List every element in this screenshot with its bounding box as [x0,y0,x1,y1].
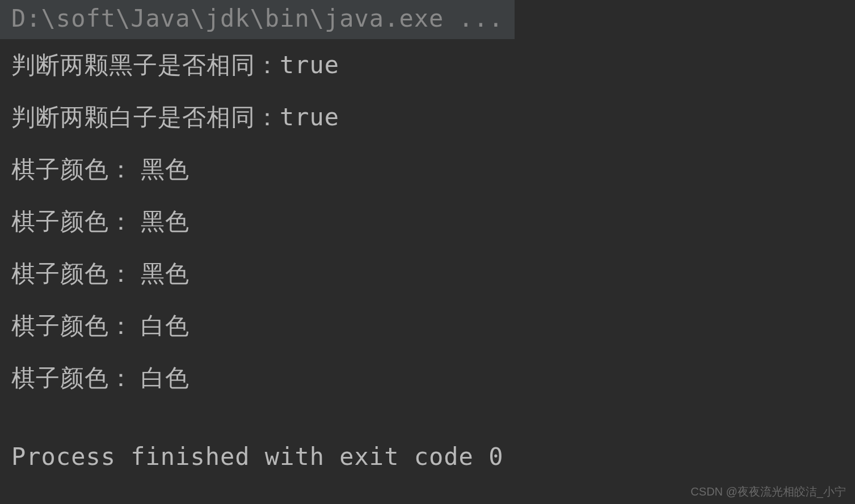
console-output: D:\soft\Java\jdk\bin\java.exe ... 判断两颗黑子… [0,0,855,481]
spacer [0,404,855,433]
watermark: CSDN @夜夜流光相皎洁_小宁 [690,484,846,499]
output-label: 判断两颗黑子是否相同： [11,52,280,78]
output-value: 黑色 [141,260,189,287]
output-line: 棋子颜色： 黑色 [0,196,855,248]
output-label: 棋子颜色： [11,208,141,235]
output-line: 判断两颗白子是否相同：true [0,91,855,143]
output-label: 棋子颜色： [11,156,141,183]
output-value: 黑色 [141,208,189,235]
output-label: 判断两颗白子是否相同： [11,104,280,130]
output-label: 棋子颜色： [11,312,141,339]
output-value: 白色 [141,365,189,391]
output-label: 棋子颜色： [11,365,141,391]
output-value: true [280,51,339,79]
output-line: 棋子颜色： 黑色 [0,248,855,300]
output-line: 棋子颜色： 黑色 [0,143,855,196]
output-label: 棋子颜色： [11,260,141,287]
exit-message: Process finished with exit code 0 [0,433,855,481]
output-value: 黑色 [141,156,189,183]
output-value: true [280,103,339,131]
output-line: 棋子颜色： 白色 [0,352,855,404]
output-line: 棋子颜色： 白色 [0,300,855,352]
command-line: D:\soft\Java\jdk\bin\java.exe ... [0,0,515,39]
output-line: 判断两颗黑子是否相同：true [0,39,855,91]
output-value: 白色 [141,312,189,339]
